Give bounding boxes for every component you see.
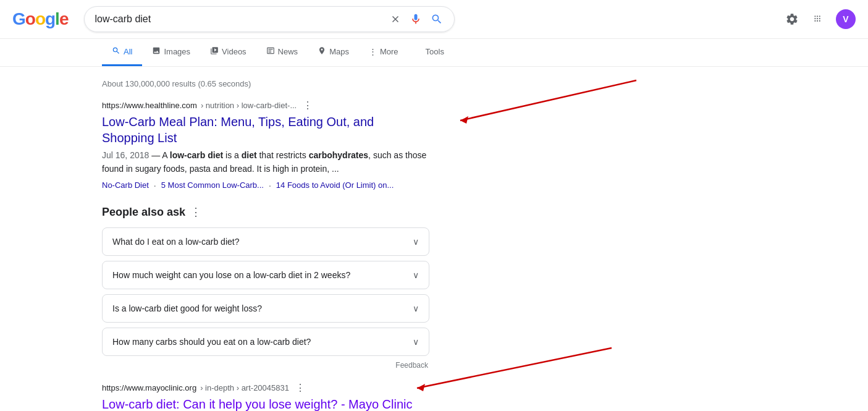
voice-search-button[interactable] <box>408 12 423 27</box>
sitelink-1-3[interactable]: 14 Foods to Avoid (Or Limit) on... <box>276 180 394 190</box>
paa-item-1[interactable]: What do I eat on a low-carb diet? ∨ <box>102 227 429 256</box>
paa-title: People also ask <box>102 206 185 219</box>
settings-button[interactable] <box>784 11 800 27</box>
news-icon <box>266 46 275 57</box>
result-1-breadcrumb: › nutrition › low-carb-diet-... <box>201 101 297 110</box>
chevron-down-icon-2: ∨ <box>413 270 419 280</box>
result-1-menu-button[interactable]: ⋮ <box>303 100 313 111</box>
result-1-sitelinks: No-Carb Diet · 5 Most Common Low-Carb...… <box>102 180 429 190</box>
all-search-icon <box>112 46 120 57</box>
tab-all[interactable]: All <box>102 39 142 66</box>
videos-icon <box>210 46 219 57</box>
maps-icon <box>318 46 326 57</box>
search-result-1: https://www.healthline.com › nutrition ›… <box>102 100 429 190</box>
result-stats: About 130,000,000 results (0.65 seconds) <box>102 79 429 88</box>
paa-question-4: How many carbs should you eat on a low-c… <box>112 337 311 347</box>
paa-question-1: What do I eat on a low-carb diet? <box>112 237 239 247</box>
result-1-url-row: https://www.healthline.com › nutrition ›… <box>102 100 429 111</box>
clear-button[interactable] <box>389 12 402 26</box>
search-bar: low-carb diet <box>84 6 455 32</box>
chevron-down-icon-3: ∨ <box>413 303 419 313</box>
feedback-label: Feedback <box>102 361 429 370</box>
tab-more[interactable]: ⋮ More <box>359 40 408 66</box>
tab-images[interactable]: Images <box>142 39 200 66</box>
paa-item-3[interactable]: Is a low-carb diet good for weight loss?… <box>102 294 429 323</box>
paa-menu-button[interactable]: ⋮ <box>190 205 201 219</box>
tab-all-label: All <box>124 47 132 56</box>
main-content: About 130,000,000 results (0.65 seconds)… <box>0 67 531 411</box>
header: Google low-carb diet <box>0 0 868 39</box>
search-button[interactable] <box>429 12 444 27</box>
header-right: V <box>784 9 856 29</box>
tab-images-label: Images <box>164 47 190 56</box>
chevron-down-icon-1: ∨ <box>413 237 419 247</box>
tools-button[interactable]: Tools <box>421 40 449 66</box>
chevron-down-icon-4: ∨ <box>413 337 419 347</box>
paa-header: People also ask ⋮ <box>102 205 429 219</box>
result-1-date: Jul 16, 2018 <box>102 150 149 160</box>
tab-videos-label: Videos <box>222 47 246 56</box>
search-result-2: https://www.mayoclinic.org › in-depth › … <box>102 382 429 411</box>
result-2-url-row: https://www.mayoclinic.org › in-depth › … <box>102 382 429 394</box>
tab-maps[interactable]: Maps <box>308 39 359 66</box>
search-input[interactable]: low-carb diet <box>95 14 384 25</box>
paa-question-3: Is a low-carb diet good for weight loss? <box>112 303 262 313</box>
result-1-url: https://www.healthline.com <box>102 101 197 110</box>
paa-item-2[interactable]: How much weight can you lose on a low-ca… <box>102 261 429 289</box>
result-2-url: https://www.mayoclinic.org <box>102 383 196 392</box>
result-2-title[interactable]: Low-carb diet: Can it help you lose weig… <box>102 396 429 411</box>
search-icons <box>389 12 444 27</box>
sitelink-1-1[interactable]: No-Carb Diet <box>102 180 149 190</box>
more-icon: ⋮ <box>369 47 377 56</box>
result-1-title[interactable]: Low-Carb Meal Plan: Menu, Tips, Eating O… <box>102 114 429 146</box>
tab-videos[interactable]: Videos <box>200 39 256 66</box>
result-2-menu-button[interactable]: ⋮ <box>295 382 305 394</box>
tab-more-label: More <box>380 47 398 56</box>
tab-news[interactable]: News <box>256 39 308 66</box>
tab-news-label: News <box>278 47 298 56</box>
sitelink-1-2[interactable]: 5 Most Common Low-Carb... <box>161 180 264 190</box>
tab-maps-label: Maps <box>329 47 349 56</box>
user-avatar[interactable]: V <box>836 9 856 29</box>
apps-button[interactable] <box>810 11 826 27</box>
result-2-breadcrumb: › in-depth › art-20045831 <box>200 383 289 392</box>
result-1-snippet: Jul 16, 2018 — A low-carb diet is a diet… <box>102 148 429 176</box>
people-also-ask-section: People also ask ⋮ What do I eat on a low… <box>102 205 429 370</box>
google-logo: Google <box>12 9 68 29</box>
nav-tabs: All Images Videos News Maps ⋮ More Tools <box>0 39 868 67</box>
paa-item-4[interactable]: How many carbs should you eat on a low-c… <box>102 328 429 356</box>
paa-question-2: How much weight can you lose on a low-ca… <box>112 270 350 280</box>
images-icon <box>152 46 161 57</box>
